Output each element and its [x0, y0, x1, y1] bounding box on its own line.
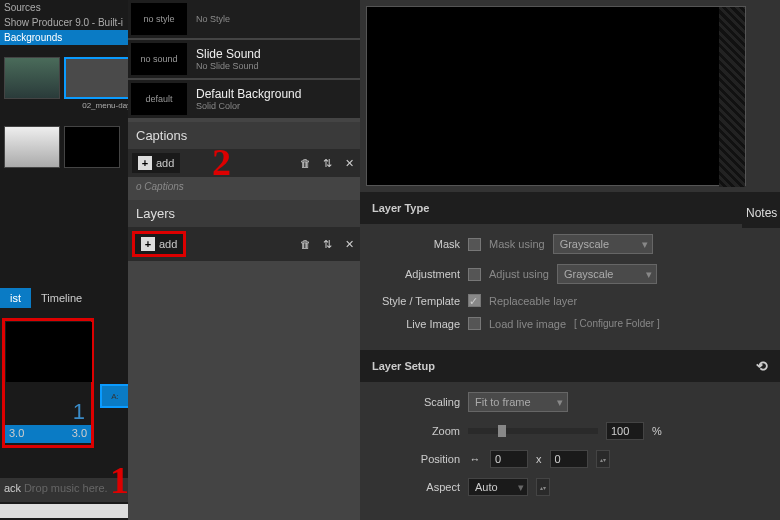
- lbl-aspect: Aspect: [372, 481, 460, 493]
- layer-setup-header: Layer Setup⟲: [360, 350, 780, 382]
- refresh-icon[interactable]: ⟲: [756, 358, 768, 374]
- plus-icon: +: [138, 156, 152, 170]
- trash-icon[interactable]: 🗑: [298, 156, 312, 170]
- opt-background[interactable]: defaultDefault BackgroundSolid Color: [128, 80, 360, 118]
- x-label: x: [536, 453, 542, 465]
- tab-list[interactable]: ist: [0, 288, 31, 308]
- tree-producer[interactable]: Show Producer 9.0 - Built-i: [0, 15, 128, 30]
- trash-icon[interactable]: 🗑: [298, 237, 312, 251]
- lbl-position: Position: [372, 453, 460, 465]
- chk-adjustment[interactable]: [468, 268, 481, 281]
- layers-add-button[interactable]: +add: [132, 231, 186, 257]
- no-captions-text: o Captions: [128, 177, 360, 196]
- slide-dur2: 3.0: [72, 427, 87, 441]
- sort-icon[interactable]: ⇅: [320, 237, 334, 251]
- notes-tab[interactable]: Notes: [742, 198, 780, 228]
- chk-replaceable[interactable]: ✓: [468, 294, 481, 307]
- zoom-slider[interactable]: [468, 428, 598, 434]
- zoom-input[interactable]: 100: [606, 422, 644, 440]
- tools-icon[interactable]: ✕: [342, 156, 356, 170]
- slide-thumb[interactable]: 1 3.03.0: [2, 318, 94, 448]
- sel-scaling[interactable]: Fit to frame: [468, 392, 568, 412]
- link-configure[interactable]: [ Configure Folder ]: [574, 318, 660, 329]
- txt-adjustusing: Adjust using: [489, 268, 549, 280]
- lbl-scaling: Scaling: [372, 396, 460, 408]
- txt-replaceable: Replaceable layer: [489, 295, 577, 307]
- tree-sources[interactable]: Sources: [0, 0, 128, 15]
- tools-icon[interactable]: ✕: [342, 237, 356, 251]
- lr-icon[interactable]: ↔: [468, 452, 482, 466]
- lbl-adjustment: Adjustment: [372, 268, 460, 280]
- chk-mask[interactable]: [468, 238, 481, 251]
- lbl-mask: Mask: [372, 238, 460, 250]
- sort-icon[interactable]: ⇅: [320, 156, 334, 170]
- sel-adjustment[interactable]: Grayscale: [557, 264, 657, 284]
- pos-x-input[interactable]: 0: [490, 450, 528, 468]
- bg-thumb-1[interactable]: [4, 57, 60, 99]
- layer-type-header: Layer Type⟲: [360, 192, 780, 224]
- txt-loadlive: Load live image: [489, 318, 566, 330]
- annotation-2: 2: [212, 140, 231, 184]
- lbl-liveimg: Live Image: [372, 318, 460, 330]
- tab-timeline[interactable]: Timeline: [31, 288, 92, 308]
- bg-thumb-4[interactable]: [64, 126, 120, 168]
- tree-backgrounds[interactable]: Backgrounds: [0, 30, 128, 45]
- aspect-stepper[interactable]: ▴▾: [536, 478, 550, 496]
- captions-toolbar: +add 🗑 ⇅ ✕: [128, 149, 360, 177]
- opt-style[interactable]: no styleNo Style: [128, 0, 360, 38]
- pos-y-input[interactable]: 0: [550, 450, 588, 468]
- annotation-1: 1: [110, 458, 129, 502]
- pct-label: %: [652, 425, 662, 437]
- captions-add-button[interactable]: +add: [132, 153, 180, 173]
- lbl-styletpl: Style / Template: [372, 295, 460, 307]
- pos-stepper[interactable]: ▴▾: [596, 450, 610, 468]
- mini-thumb[interactable]: A:: [100, 384, 130, 408]
- sel-mask[interactable]: Grayscale: [553, 234, 653, 254]
- bg-thumb-3[interactable]: [4, 126, 60, 168]
- slide-number: 1: [73, 399, 85, 425]
- preview-area: [366, 6, 746, 186]
- chk-liveimg[interactable]: [468, 317, 481, 330]
- plus-icon: +: [141, 237, 155, 251]
- captions-header: Captions: [128, 122, 360, 149]
- layers-toolbar: +add 🗑 ⇅ ✕: [128, 227, 360, 261]
- sel-aspect[interactable]: Auto: [468, 478, 528, 496]
- layers-header: Layers: [128, 200, 360, 227]
- slide-dur1: 3.0: [9, 427, 24, 441]
- txt-maskusing: Mask using: [489, 238, 545, 250]
- lbl-zoom: Zoom: [372, 425, 460, 437]
- opt-sound[interactable]: no soundSlide SoundNo Slide Sound: [128, 40, 360, 78]
